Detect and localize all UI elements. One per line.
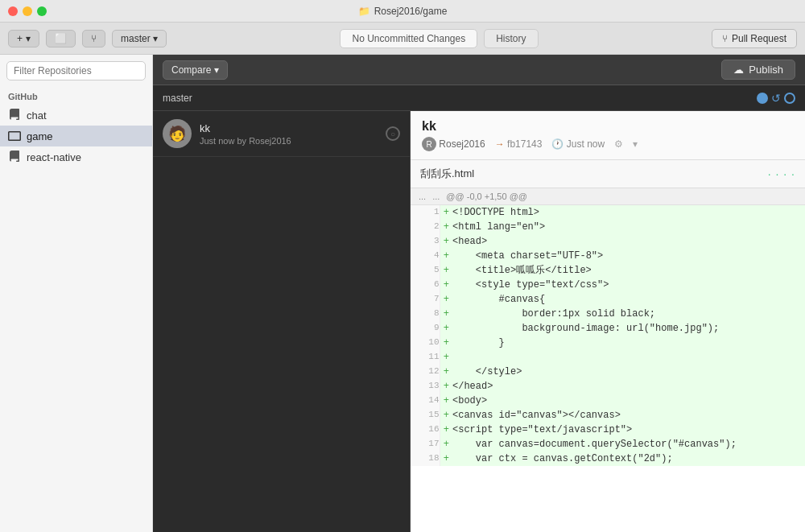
line-code: <title>呱呱乐</title> [452,263,805,278]
sidebar-item-game-label: game [27,130,53,142]
line-number: 3 [411,234,440,249]
line-sign: + [440,394,452,408]
diff-expand-icon[interactable]: · · · · [768,167,795,180]
publish-cloud-icon: ☁ [733,64,744,76]
settings-icon[interactable]: ⚙ [614,138,623,150]
sidebar-item-react-native[interactable]: react-native [0,146,152,167]
line-sign: + [440,423,452,437]
diff-meta-row: ... ... @@ -0,0 +1,50 @@ [411,188,805,205]
line-sign: + [440,278,452,292]
line-code: <body> [452,394,805,408]
branch-bar: master ↺ [153,85,805,111]
line-number: 18 [411,452,440,466]
line-code: </style> [452,365,805,379]
window-title-text: Rosej2016/game [374,6,448,17]
line-code: #canvas{ [452,292,805,307]
line-code: <canvas id="canvas"></canvas> [452,408,805,423]
toolbar: + ▾ ⬜ ⑂ master ▾ No Uncommitted Changes … [0,23,805,55]
line-sign: + [440,263,452,278]
filter-repositories-input[interactable] [6,61,146,80]
sidebar-item-chat-label: chat [27,109,47,122]
branch-arrow-icon: → [495,138,505,150]
diff-line: 6+ <style type="text/css"> [411,278,805,292]
diff-line: 2+<html lang="en"> [411,220,805,234]
commit-sync-indicator: ○ [386,126,400,141]
line-number: 6 [411,278,440,292]
commit-item[interactable]: 🧑 kk Just now by Rosej2016 ○ [153,111,410,157]
diff-ellipsis-left: ... [419,192,426,201]
commit-list: 🧑 kk Just now by Rosej2016 ○ [153,111,411,532]
diff-filename: 刮刮乐.html [420,167,474,181]
sub-toolbar: Compare ▾ ☁ Publish [153,55,805,85]
line-code: var ctx = canvas.getContext("2d"); [452,452,805,466]
line-number: 13 [411,379,440,394]
close-button[interactable] [8,6,18,16]
line-number: 4 [411,249,440,263]
line-sign: + [440,292,452,307]
diff-line: 10+ } [411,336,805,350]
diff-line: 14+<body> [411,394,805,408]
line-code: background-image: url("home.jpg"); [452,321,805,336]
line-sign: + [440,249,452,263]
line-number: 17 [411,437,440,452]
line-code: } [452,336,805,350]
line-code: <script type="text/javascript"> [452,423,805,437]
maximize-button[interactable] [37,6,47,16]
line-number: 9 [411,321,440,336]
line-sign: + [440,307,452,321]
line-code: </head> [452,379,805,394]
line-sign: + [440,452,452,466]
commit-meta: Just now by Rosej2016 [200,136,378,146]
diff-line: 17+ var canvas=document.querySelector("#… [411,437,805,452]
diff-ellipsis-right: ... [432,192,440,201]
line-number: 12 [411,365,440,379]
line-number: 2 [411,220,440,234]
line-number: 14 [411,394,440,408]
history-button[interactable]: History [484,29,538,48]
dropdown-chevron-icon: ▾ [214,64,219,76]
sync-refresh-icon: ↺ [771,92,781,105]
commit-diff-header: kk R Rosej2016 → fb17143 🕐 [411,111,805,160]
diff-hunk-header: @@ -0,0 +1,50 @@ [446,192,527,201]
add-button[interactable]: + ▾ [8,30,39,47]
branch-selector[interactable]: master ▾ [112,30,167,47]
no-uncommitted-changes-button[interactable]: No Uncommitted Changes [340,29,477,48]
sidebar-item-game[interactable]: game [0,126,152,146]
publish-button[interactable]: ☁ Publish [721,60,795,80]
line-sign: + [440,350,452,365]
layout-button[interactable]: ⬜ [46,30,76,47]
compare-button[interactable]: Compare ▾ [163,60,228,80]
line-number: 11 [411,350,440,365]
github-section-label: GitHub [0,87,152,105]
diff-line: 16+<script type="text/javascript"> [411,423,805,437]
diff-view: kk R Rosej2016 → fb17143 🕐 [411,111,805,532]
diff-table: 1+<!DOCTYPE html>2+<html lang="en">3+<he… [411,205,805,466]
diff-line: 7+ #canvas{ [411,292,805,307]
diff-line: 13+</head> [411,379,805,394]
sidebar-item-chat[interactable]: chat [0,105,152,126]
line-sign: + [440,365,452,379]
commit-time: Just now [567,138,605,150]
diff-line: 8+ border:1px solid black; [411,307,805,321]
line-number: 15 [411,408,440,423]
branch-icon-button[interactable]: ⑂ [82,30,105,47]
commit-info: kk Just now by Rosej2016 [200,122,378,146]
line-sign: + [440,234,452,249]
desktop-icon [8,130,21,142]
line-code: <!DOCTYPE html> [452,205,805,220]
commit-sha: fb17143 [507,138,542,150]
diff-line: 4+ <meta charset="UTF-8"> [411,249,805,263]
pull-request-button[interactable]: ⑂ Pull Request [712,29,797,48]
more-options-icon[interactable]: ▾ [633,138,638,150]
title-bar: 📁 Rosej2016/game [0,0,805,23]
folder-icon: 📁 [358,6,370,17]
diff-line: 3+<head> [411,234,805,249]
split-view: 🧑 kk Just now by Rosej2016 ○ kk [153,111,805,532]
author-avatar: R [422,137,436,151]
main-area: GitHub chat game react-native Compare [0,55,805,532]
minimize-button[interactable] [23,6,32,16]
line-code: border:1px solid black; [452,307,805,321]
line-sign: + [440,205,452,220]
commit-title: kk [200,122,378,134]
book-icon [8,109,21,122]
